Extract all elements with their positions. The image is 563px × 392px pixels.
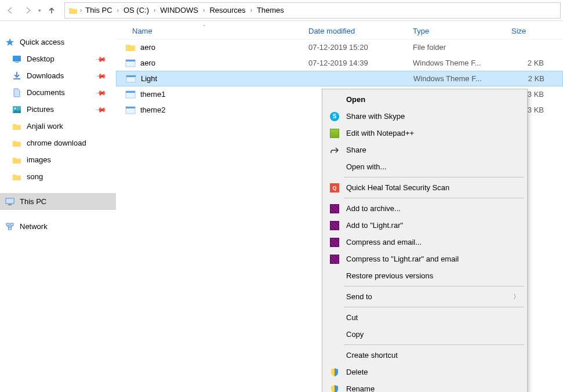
sidebar-images[interactable]: images	[0, 151, 116, 168]
cell-type: File folder	[406, 43, 504, 52]
menu-add-archive[interactable]: Add to archive...	[324, 200, 525, 217]
sidebar-pictures[interactable]: Pictures 📌	[0, 101, 116, 118]
menu-separator	[344, 286, 524, 286]
shield-icon	[329, 366, 340, 378]
menu-label: Restore previous versions	[346, 271, 525, 280]
svg-point-3	[14, 107, 16, 109]
winrar-icon	[329, 237, 340, 248]
history-dropdown-icon[interactable]: ▾	[37, 8, 42, 13]
menu-add-to-rar[interactable]: Add to "Light.rar"	[324, 217, 525, 234]
sort-ascending-icon: ˄	[203, 24, 206, 30]
column-type[interactable]: Type	[406, 27, 504, 35]
sidebar-song[interactable]: song	[0, 168, 116, 185]
sidebar-downloads[interactable]: Downloads 📌	[0, 67, 116, 84]
sidebar-documents[interactable]: Documents 📌	[0, 84, 116, 101]
svg-rect-1	[15, 62, 19, 63]
menu-compress-to[interactable]: Compress to "Light.rar" and email	[324, 251, 525, 267]
menu-quickheal[interactable]: Q Quick Heal Total Security Scan	[324, 179, 525, 196]
menu-rename[interactable]: Rename	[324, 380, 525, 392]
file-row[interactable]: LightWindows Theme F...2 KB	[116, 71, 563, 86]
blank-icon	[329, 329, 340, 340]
crumb-thispc[interactable]: This PC	[83, 5, 114, 16]
column-headers: Name ˄ Date modified Type Size	[116, 21, 563, 39]
shield-icon	[329, 383, 340, 393]
pin-icon: 📌	[95, 86, 107, 99]
menu-label: Open	[346, 95, 525, 104]
folder-icon	[12, 121, 22, 132]
sidebar-network[interactable]: Network	[0, 218, 116, 235]
column-size[interactable]: Size	[504, 27, 551, 35]
column-date[interactable]: Date modified	[302, 27, 406, 35]
desktop-icon	[12, 54, 22, 64]
cell-size: 2 KB	[504, 59, 551, 67]
cell-date: 07-12-2019 15:20	[302, 43, 406, 52]
menu-label: Quick Heal Total Security Scan	[346, 183, 525, 192]
menu-compress-email[interactable]: Compress and email...	[324, 234, 525, 251]
cell-type: Windows Theme F...	[406, 74, 505, 83]
menu-open[interactable]: Open	[324, 91, 525, 108]
file-name: theme1	[140, 90, 165, 99]
crumb-themes[interactable]: Themes	[255, 5, 286, 16]
menu-copy[interactable]: Copy	[324, 326, 525, 343]
crumb-windows[interactable]: WINDOWS	[158, 5, 201, 16]
menu-send-to[interactable]: Send to 〉	[324, 288, 525, 305]
file-row[interactable]: aero07-12-2019 14:39Windows Theme F...2 …	[116, 55, 563, 71]
share-icon	[329, 144, 340, 156]
menu-restore[interactable]: Restore previous versions	[324, 267, 525, 284]
menu-label: Share	[346, 146, 525, 154]
menu-separator	[344, 307, 524, 307]
svg-rect-0	[13, 56, 21, 61]
menu-create-shortcut[interactable]: Create shortcut	[324, 347, 525, 364]
forward-button[interactable]	[20, 2, 36, 19]
sidebar-item-label: Pictures	[27, 105, 54, 114]
blank-icon	[329, 291, 340, 303]
menu-label: Share with Skype	[346, 112, 525, 121]
menu-separator	[344, 177, 524, 177]
theme-file-icon	[125, 89, 136, 100]
menu-label: Create shortcut	[346, 351, 525, 360]
cell-name: theme1	[116, 89, 302, 100]
sidebar-this-pc[interactable]: This PC	[0, 193, 116, 210]
svg-rect-14	[126, 91, 135, 93]
sidebar-item-label: Anjali work	[27, 122, 63, 130]
cell-name: Light	[117, 74, 302, 84]
navigation-toolbar: ▾ › This PC › OS (C:) › WINDOWS › Resour…	[0, 0, 563, 21]
sidebar-chrome[interactable]: chrome download	[0, 135, 116, 151]
navigation-pane: Quick access Desktop 📌 Downloads 📌 Docum…	[0, 21, 116, 392]
svg-rect-16	[126, 107, 135, 108]
back-button[interactable]	[2, 2, 19, 19]
chevron-right-icon[interactable]: ›	[79, 7, 83, 13]
svg-rect-7	[10, 223, 13, 226]
crumb-resources[interactable]: Resources	[207, 5, 248, 16]
sidebar-item-label: Network	[20, 222, 48, 231]
menu-share-skype[interactable]: S Share with Skype	[324, 108, 525, 125]
menu-label: Send to	[346, 292, 507, 301]
pin-icon: 📌	[95, 70, 107, 82]
sidebar-anjali[interactable]: Anjali work	[0, 118, 116, 135]
cell-name: aero	[116, 58, 302, 68]
sidebar-desktop[interactable]: Desktop 📌	[0, 50, 116, 67]
file-row[interactable]: aero07-12-2019 15:20File folder	[116, 39, 563, 55]
menu-share[interactable]: Share	[324, 141, 525, 158]
menu-label: Compress to "Light.rar" and email	[346, 255, 525, 263]
svg-rect-6	[6, 223, 9, 226]
folder-icon	[125, 42, 136, 53]
sidebar-quick-access[interactable]: Quick access	[0, 34, 116, 50]
winrar-icon	[329, 203, 340, 215]
menu-open-with[interactable]: Open with...	[324, 158, 525, 175]
menu-edit-notepad[interactable]: Edit with Notepad++	[324, 125, 525, 141]
address-bar[interactable]: › This PC › OS (C:) › WINDOWS › Resource…	[64, 2, 561, 19]
chevron-right-icon: ›	[152, 7, 157, 13]
menu-label: Add to archive...	[346, 204, 525, 213]
breadcrumb: This PC › OS (C:) › WINDOWS › Resources …	[83, 5, 286, 16]
up-button[interactable]	[43, 2, 60, 19]
column-name[interactable]: Name ˄	[116, 27, 302, 35]
menu-delete[interactable]: Delete	[324, 364, 525, 380]
quickheal-icon: Q	[329, 182, 340, 194]
cell-type: Windows Theme F...	[406, 59, 504, 67]
cell-name: theme2	[116, 105, 302, 115]
notepad-icon	[329, 128, 340, 139]
menu-cut[interactable]: Cut	[324, 309, 525, 326]
folder-icon	[67, 5, 79, 16]
crumb-os[interactable]: OS (C:)	[121, 5, 151, 16]
